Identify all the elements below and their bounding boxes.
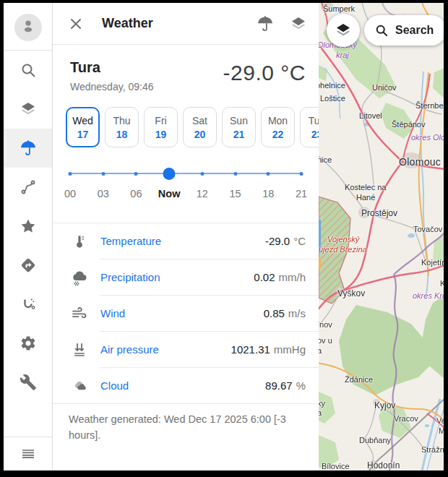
sidebar-item-wrench[interactable] — [4, 363, 52, 402]
detail-value: 0.85 — [264, 307, 285, 319]
slider-tick-label: 12 — [197, 188, 208, 199]
header-actions — [257, 15, 307, 33]
time-slider[interactable]: 000306Now12151821 — [70, 166, 301, 208]
close-icon — [67, 14, 85, 32]
sidebar-item-search[interactable] — [4, 51, 52, 90]
detail-unit: °C — [293, 235, 306, 247]
detail-value: 0.02 — [254, 271, 275, 283]
weather-details: Temperature-29.0°CPrecipitation0.02mm/hW… — [53, 223, 319, 403]
page-title: Weather — [102, 16, 257, 31]
sidebar-item-star[interactable] — [4, 207, 52, 246]
cloud-icon — [71, 377, 88, 395]
star-icon — [20, 218, 37, 235]
sidebar-item-plugins[interactable] — [4, 285, 52, 324]
day-tab-fri[interactable]: Fri19 — [144, 107, 178, 147]
detail-row-temperature[interactable]: Temperature-29.0°C — [53, 223, 319, 259]
avatar[interactable] — [14, 14, 42, 41]
day-tab-thu[interactable]: Thu18 — [105, 107, 139, 147]
sidebar-item-route[interactable] — [4, 168, 52, 207]
detail-value: -29.0 — [265, 235, 290, 247]
slider-track[interactable] — [72, 173, 300, 174]
wind-icon — [71, 305, 88, 322]
map-search-button[interactable]: Search — [364, 15, 444, 46]
thermometer-icon — [71, 233, 88, 250]
search-icon — [374, 23, 389, 38]
search-icon — [20, 61, 37, 79]
panel-header: Weather — [53, 3, 319, 44]
layers-icon[interactable] — [290, 15, 307, 33]
map-canvas — [319, 3, 444, 470]
sidebar-item-umbrella[interactable] — [4, 129, 52, 168]
sidebar-item-layers[interactable] — [4, 90, 52, 129]
slider-tick-label: 03 — [98, 188, 109, 199]
detail-row-precipitation[interactable]: Precipitation0.02mm/h — [53, 259, 319, 295]
slider-thumb[interactable] — [163, 168, 176, 180]
umbrella-icon[interactable] — [257, 15, 274, 33]
weather-panel: Weather Tura Wednesday, 09:46 -29.0 °C W… — [53, 3, 319, 470]
sidebar-item-directions[interactable] — [4, 246, 52, 285]
slider-tick-label: 18 — [262, 188, 274, 199]
detail-row-wind[interactable]: Wind0.85m/s — [53, 296, 319, 331]
detail-value: 1021.31 — [231, 343, 270, 356]
slider-tick[interactable] — [267, 172, 270, 176]
map-layers-button[interactable] — [327, 14, 360, 47]
day-tab-tue[interactable]: Tue23 — [300, 107, 319, 147]
sidebar-item-menu[interactable] — [4, 437, 52, 470]
route-icon — [20, 179, 37, 196]
menu-icon — [20, 445, 37, 463]
gear-icon — [20, 335, 37, 352]
avatar-icon — [19, 17, 38, 38]
slider-tick[interactable] — [233, 172, 237, 176]
detail-unit: mmHg — [274, 343, 306, 356]
detail-row-cloud[interactable]: Cloud89.67% — [53, 368, 319, 403]
slider-tick-label: 15 — [229, 188, 241, 199]
pressure-icon — [71, 341, 88, 358]
sidebar-nav — [4, 51, 52, 402]
slider-tick[interactable] — [101, 172, 105, 176]
app-window: Weather Tura Wednesday, 09:46 -29.0 °C W… — [4, 3, 444, 470]
detail-label: Wind — [100, 307, 264, 319]
directions-icon — [20, 257, 37, 274]
day-tab-wed[interactable]: Wed17 — [66, 107, 100, 147]
detail-label: Temperature — [100, 235, 265, 247]
layers-icon — [20, 100, 37, 118]
layers-icon — [335, 22, 352, 39]
search-label: Search — [395, 24, 434, 37]
detail-label: Air pressure — [100, 343, 231, 356]
current-temperature: -29.0 °C — [223, 61, 306, 85]
slider-tick[interactable] — [134, 172, 138, 176]
day-tabs: Wed17Thu18Fri19Sat20Sun21Mon22Tue23 — [66, 107, 319, 147]
day-tab-sun[interactable]: Sun21 — [222, 107, 256, 147]
location-block: Tura Wednesday, 09:46 -29.0 °C — [53, 45, 319, 95]
sidebar — [4, 3, 53, 470]
close-button[interactable] — [67, 14, 86, 33]
detail-row-air-pressure[interactable]: Air pressure1021.31mmHg — [53, 332, 319, 367]
sidebar-item-gear[interactable] — [4, 324, 52, 363]
slider-tick[interactable] — [200, 172, 204, 176]
plugins-icon — [20, 296, 37, 313]
umbrella-icon — [20, 139, 37, 157]
slider-tick[interactable] — [69, 172, 72, 176]
detail-label: Cloud — [100, 379, 265, 392]
slider-tick[interactable] — [300, 172, 303, 176]
day-tab-sat[interactable]: Sat20 — [183, 107, 217, 147]
slider-tick-label: 06 — [130, 188, 142, 199]
detail-unit: mm/h — [279, 271, 306, 283]
wrench-icon — [20, 374, 37, 391]
day-tab-mon[interactable]: Mon22 — [261, 107, 295, 147]
precipitation-icon — [71, 269, 88, 286]
slider-tick-label: 00 — [64, 188, 76, 199]
map[interactable]: ŠumperkOlomouckýkrajohelniceLošticeUničo… — [319, 3, 444, 470]
location-datetime: Wednesday, 09:46 — [70, 81, 153, 93]
detail-unit: % — [296, 379, 306, 392]
detail-value: 89.67 — [265, 379, 293, 392]
slider-tick-label: 21 — [296, 188, 307, 199]
detail-label: Precipitation — [100, 271, 254, 283]
detail-unit: m/s — [288, 307, 306, 319]
slider-tick-label: Now — [158, 188, 181, 199]
generated-note: Weather generated: Wed Dec 17 2025 6:00 … — [53, 403, 319, 452]
location-name: Tura — [70, 59, 153, 76]
